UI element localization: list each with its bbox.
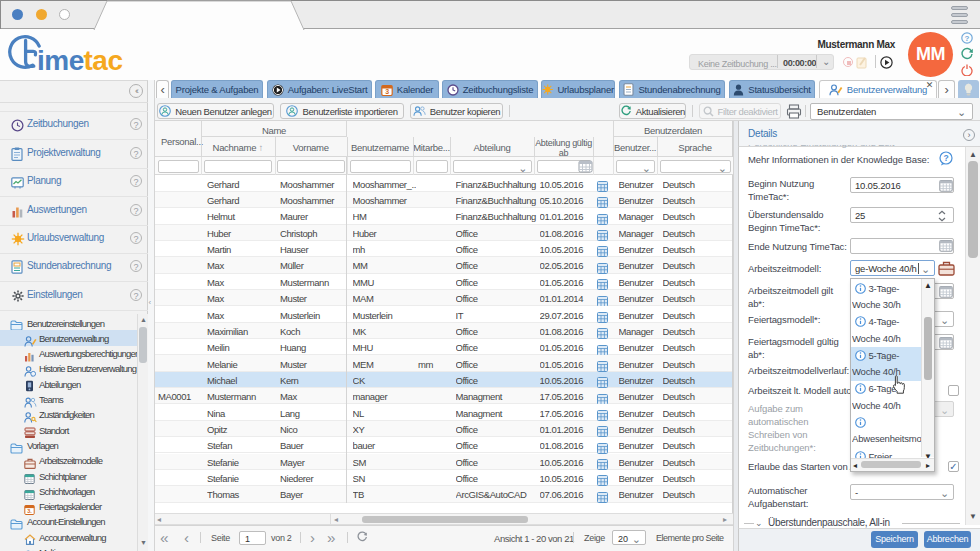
svg-text:3: 3 (385, 88, 389, 95)
svg-text:ime: ime (37, 45, 84, 76)
svg-text:?: ? (965, 34, 970, 43)
svg-text:3.: 3. (27, 508, 32, 514)
svg-text:?: ? (943, 153, 948, 163)
svg-text:tac: tac (84, 45, 123, 76)
